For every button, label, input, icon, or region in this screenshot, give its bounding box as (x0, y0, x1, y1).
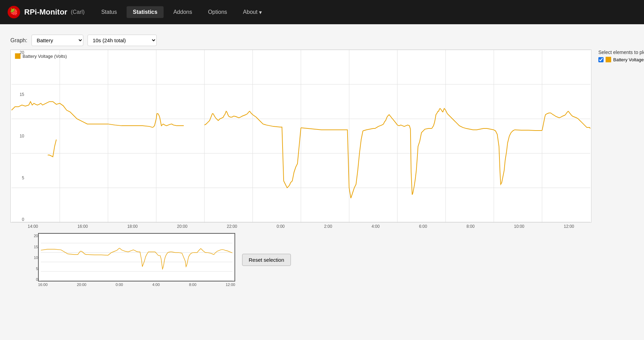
y-axis-labels: 20 15 10 5 0 (10, 50, 26, 223)
nav-addons[interactable]: Addons (167, 6, 198, 18)
nav-options[interactable]: Options (202, 6, 233, 18)
main-chart: Battery Voltage (Volts) (10, 50, 591, 223)
graph-select[interactable]: Battery CPU Memory Network (31, 35, 83, 46)
battery-color-box (606, 57, 611, 62)
nav-about[interactable]: About ▾ (237, 6, 268, 18)
graph-label: Graph: (10, 37, 27, 44)
app-subtitle: (Carl) (71, 9, 85, 15)
reset-selection-button[interactable]: Reset selection (242, 254, 291, 266)
mini-chart (38, 233, 235, 281)
nav-statistics[interactable]: Statistics (127, 6, 164, 18)
x-axis-labels: 14:00 16:00 18:00 20:00 22:00 0:00 2:00 … (10, 223, 591, 229)
svg-text:🍓: 🍓 (10, 8, 18, 16)
legend-item-battery: Battery Voltage (Volts) (598, 57, 644, 62)
chart-wrapper: 20 15 10 5 0 (10, 50, 634, 287)
mini-chart-section: 20 15 10 5 0 (10, 233, 591, 287)
app-title: RPi-Monitor (24, 8, 67, 17)
brand: 🍓 RPi-Monitor (Carl) (7, 5, 85, 19)
raspberry-icon: 🍓 (7, 5, 21, 19)
chevron-down-icon: ▾ (259, 9, 262, 16)
interval-select[interactable]: 10s (24h total) 1m (7d total) 1h (30d to… (88, 35, 157, 46)
nav-status[interactable]: Status (95, 6, 123, 18)
svg-text:Battery Voltage (Volts): Battery Voltage (Volts) (22, 54, 67, 59)
main-content: Graph: Battery CPU Memory Network 10s (2… (0, 24, 644, 297)
battery-voltage-checkbox[interactable] (598, 57, 604, 62)
navbar: 🍓 RPi-Monitor (Carl) Status Statistics A… (0, 0, 644, 24)
chart-container: 20 15 10 5 0 (10, 50, 591, 287)
select-elements-label: Select elements to plot: (598, 50, 644, 55)
series-panel: Select elements to plot: Battery Voltage… (598, 50, 644, 64)
battery-voltage-label: Battery Voltage (Volts) (613, 57, 644, 62)
controls-row: Graph: Battery CPU Memory Network 10s (2… (10, 35, 634, 46)
